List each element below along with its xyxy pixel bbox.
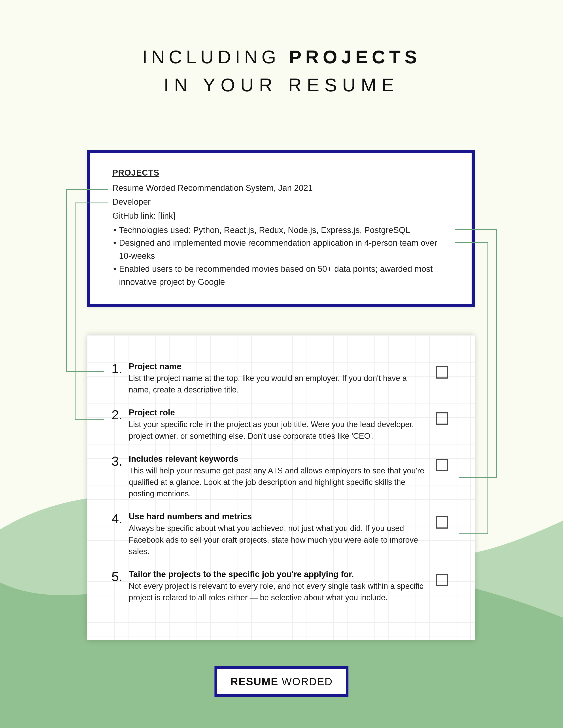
item-number: 5. xyxy=(105,570,122,583)
example-projects-card: PROJECTS Resume Worded Recommendation Sy… xyxy=(87,150,475,307)
brand-word-2: WORDED xyxy=(278,676,333,687)
item-body: List the project name at the top, like y… xyxy=(129,373,424,396)
item-body: Not every project is relevant to every r… xyxy=(129,580,424,603)
example-project-name: Resume Worded Recommendation System, Jan… xyxy=(112,182,450,195)
title-line1-a: INCLUDING xyxy=(142,47,289,67)
title-line2: IN YOUR RESUME xyxy=(0,74,563,96)
example-bullet-tech: Technologies used: Python, React.js, Red… xyxy=(112,224,450,237)
item-number: 4. xyxy=(105,512,122,525)
checklist-item-5: 5. Tailor the projects to the specific j… xyxy=(105,570,448,603)
item-body: List your specific role in the project a… xyxy=(129,419,424,442)
item-title: Project role xyxy=(129,408,424,417)
brand-word-1: RESUME xyxy=(230,676,278,687)
example-heading: PROJECTS xyxy=(112,166,450,179)
checklist-item-1: 1. Project name List the project name at… xyxy=(105,362,448,396)
checkbox[interactable] xyxy=(436,366,448,379)
item-number: 3. xyxy=(105,454,122,468)
checklist-item-2: 2. Project role List your specific role … xyxy=(105,408,448,442)
item-number: 1. xyxy=(105,362,122,375)
example-bullet-design: Designed and implemented movie recommend… xyxy=(112,236,450,263)
brand-badge: RESUME WORDED xyxy=(214,666,349,697)
example-project-role: Developer xyxy=(112,195,450,208)
page-title: INCLUDING PROJECTS IN YOUR RESUME xyxy=(0,46,563,96)
checklist-card: 1. Project name List the project name at… xyxy=(87,335,475,640)
item-body: This will help your resume get past any … xyxy=(129,465,424,500)
example-bullet-impact: Enabled users to be recommended movies b… xyxy=(112,263,450,289)
item-number: 2. xyxy=(105,408,122,422)
title-line1-b: PROJECTS xyxy=(289,47,421,67)
item-body: Always be specific about what you achiev… xyxy=(129,523,424,557)
checkbox[interactable] xyxy=(436,412,448,425)
checklist-item-4: 4. Use hard numbers and metrics Always b… xyxy=(105,512,448,557)
item-title: Use hard numbers and metrics xyxy=(129,512,424,521)
item-title: Includes relevant keywords xyxy=(129,454,424,464)
item-title: Project name xyxy=(129,362,424,371)
checkbox[interactable] xyxy=(436,459,448,471)
checklist-item-3: 3. Includes relevant keywords This will … xyxy=(105,454,448,500)
checkbox[interactable] xyxy=(436,516,448,529)
checkbox[interactable] xyxy=(436,574,448,586)
example-project-link: GitHub link: [link] xyxy=(112,209,450,222)
item-title: Tailor the projects to the specific job … xyxy=(129,570,424,579)
